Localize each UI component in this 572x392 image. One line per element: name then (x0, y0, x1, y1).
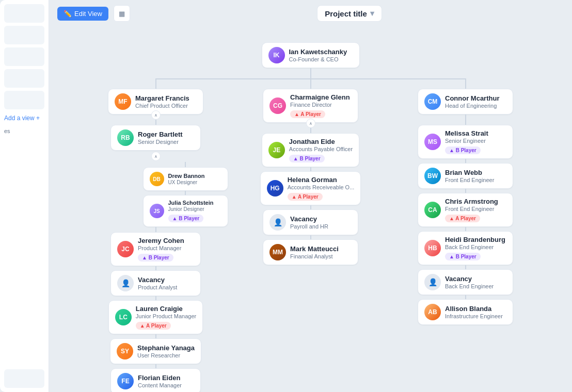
col-connor: CM Connor Mcarthur Head of Engineering M… (388, 78, 543, 392)
project-title-text: Project title (325, 9, 367, 18)
dropdown-chevron-icon: ▾ (370, 9, 374, 18)
avatar-julia: JS (150, 204, 164, 218)
sidebar-toggle-button[interactable]: ▦ (114, 5, 130, 22)
node-florian[interactable]: FE Florian Eiden Content Manager (110, 368, 201, 392)
node-chris[interactable]: CA Chris Armstrong Front End Engineer ▲ … (418, 193, 513, 227)
badge-heidi: ▲ B Player (445, 253, 481, 260)
avatar-vacancy-payroll: 👤 (269, 214, 286, 231)
sidebar-item-3[interactable] (4, 47, 44, 66)
sidebar-bottom (4, 369, 44, 388)
avatar-connor: CM (424, 93, 441, 110)
node-melissa[interactable]: MS Melissa Strait Senior Engineer ▲ B Pl… (418, 125, 513, 159)
sidebar: Add a view + es (0, 0, 49, 392)
add-view-button[interactable]: Add a view + (4, 112, 44, 124)
node-vacancy-analyst[interactable]: 👤 Vacancy Product Analyst (110, 270, 201, 296)
edit-view-icon: ✏️ (63, 10, 72, 18)
avatar-jeremy: JC (117, 241, 134, 257)
node-vacancy-payroll[interactable]: 👤 Vacancy Payroll and HR (263, 209, 358, 235)
collapse-margaret[interactable]: ∧ (151, 110, 161, 120)
avatar-vacancy-analyst: 👤 (117, 275, 134, 291)
edit-view-button[interactable]: ✏️ Edit View (57, 7, 108, 21)
sidebar-item-5[interactable] (4, 91, 44, 109)
node-jeremy[interactable]: JC Jeremy Cohen Product Manager ▲ B Play… (110, 232, 201, 266)
avatar-charmaigne: CG (269, 97, 286, 114)
main-content: ✏️ Edit View ▦ Project title ▾ IK Ian Ka… (49, 0, 572, 392)
badge-chris: ▲ A Player (445, 215, 480, 222)
node-ian[interactable]: IK Ian Kawetschanky Co-Founder & CEO (262, 42, 360, 68)
avatar-chris: CA (424, 202, 441, 218)
sidebar-item-4[interactable] (4, 69, 44, 88)
col-margaret: MF Margaret Francis Chief Product Office… (78, 78, 233, 392)
node-text-ian: Ian Kawetschanky Co-Founder & CEO (289, 48, 347, 62)
margaret-node-wrap: MF Margaret Francis Chief Product Office… (108, 89, 203, 115)
sidebar-bottom-item-1[interactable] (4, 369, 44, 388)
collapse-charmaigne[interactable]: ∧ (306, 119, 315, 128)
sidebar-item-1[interactable] (4, 4, 44, 23)
node-helena[interactable]: HG Helena Gorman Accounts Receiveable O.… (260, 171, 361, 205)
node-stephanie[interactable]: SY Stephanie Yanaga User Researcher (110, 338, 201, 364)
node-heidi[interactable]: HB Heidi Brandenburg Back End Engineer ▲… (418, 231, 513, 265)
node-brian[interactable]: BW Brian Webb Front End Engineer (418, 163, 513, 189)
vline-col1 (155, 78, 156, 89)
avatar-roger: RB (117, 129, 134, 146)
node-charmaigne[interactable]: CG Charmaigne Glenn Finance Director ▲ A… (263, 89, 358, 123)
node-julia[interactable]: JS Julia Schottstein Junior Designer ▲ B… (143, 195, 228, 227)
avatar-margaret: MF (115, 93, 131, 110)
node-mark[interactable]: MM Mark Matteucci Financial Analyst (263, 239, 358, 265)
node-roger[interactable]: RB Roger Bartlett Senior Designer (110, 125, 201, 151)
avatar-lauren: LC (115, 309, 132, 325)
org-chart-root: IK Ian Kawetschanky Co-Founder & CEO (59, 37, 562, 392)
badge-jeremy: ▲ B Player (138, 254, 173, 262)
node-lauren[interactable]: LC Lauren Craigie Junior Product Manager… (108, 300, 203, 334)
vline-root (310, 68, 311, 78)
avatar-brian: BW (424, 168, 441, 184)
avatar-allison: AB (424, 304, 441, 320)
avatar-drew: DB (150, 172, 164, 186)
sidebar-toggle-icon: ▦ (119, 10, 125, 18)
org-chart-canvas[interactable]: IK Ian Kawetschanky Co-Founder & CEO (49, 27, 572, 392)
collapse-roger[interactable]: ∧ (151, 152, 161, 161)
avatar-jonathan: JE (268, 142, 285, 158)
avatar-mark: MM (269, 244, 286, 260)
badge-helena: ▲ A Player (288, 193, 323, 201)
avatar-ian: IK (268, 47, 285, 63)
node-jonathan[interactable]: JE Jonathan Eide Accounts Payable Office… (262, 133, 359, 167)
avatar-melissa: MS (424, 134, 441, 150)
node-vacancy-backend[interactable]: 👤 Vacancy Back End Engineer (418, 269, 513, 295)
node-allison[interactable]: AB Allison Blanda Infrastructure Enginee… (418, 299, 513, 325)
avatar-helena: HG (267, 180, 283, 197)
node-drew[interactable]: DB Drew Bannon UX Designer (143, 167, 228, 191)
sidebar-item-2[interactable] (4, 26, 44, 44)
sidebar-es-label: es (4, 127, 44, 135)
avatar-florian: FE (117, 373, 134, 389)
badge-julia: ▲ B Player (168, 215, 204, 222)
header: ✏️ Edit View ▦ Project title ▾ (49, 0, 572, 27)
badge-lauren: ▲ A Player (136, 322, 171, 330)
node-connor[interactable]: CM Connor Mcarthur Head of Engineering (418, 89, 513, 115)
col-charmaigne: CG Charmaigne Glenn Finance Director ▲ A… (233, 78, 388, 392)
badge-jonathan: ▲ B Player (289, 155, 325, 162)
badge-melissa: ▲ B Player (445, 146, 481, 154)
avatar-vacancy-backend: 👤 (424, 274, 441, 290)
project-title-dropdown[interactable]: Project title ▾ (317, 5, 382, 22)
badge-charmaigne: ▲ A Player (290, 110, 325, 118)
avatar-heidi: HB (424, 240, 441, 256)
avatar-stephanie: SY (117, 343, 133, 360)
three-col-wrapper: MF Margaret Francis Chief Product Office… (78, 78, 543, 392)
h-span (156, 78, 466, 79)
